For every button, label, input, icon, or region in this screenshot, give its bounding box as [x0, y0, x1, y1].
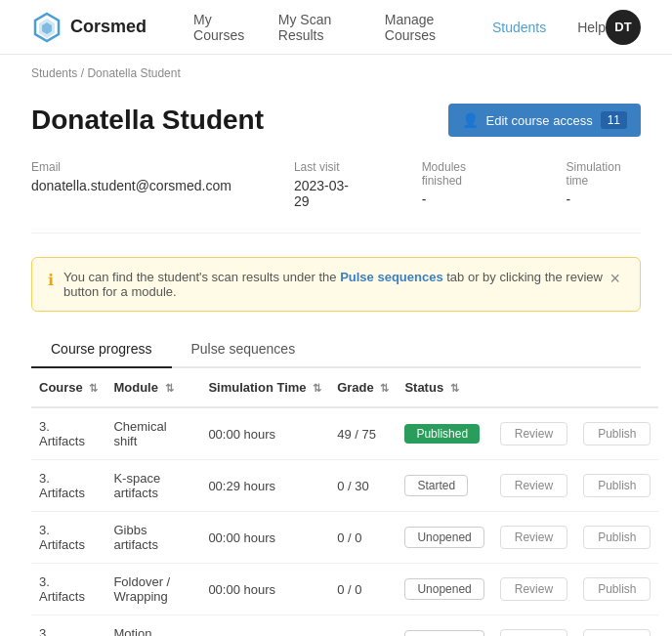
logo-icon — [31, 12, 63, 43]
cell-publish: Publish — [575, 512, 658, 564]
info-last-visit: Last visit 2023-03-29 — [294, 160, 359, 209]
sim-time-sort-icon: ⇅ — [313, 382, 321, 394]
col-sim-time[interactable]: Simulation Time ⇅ — [200, 368, 329, 407]
cell-grade: 0 / 0 — [329, 615, 397, 637]
email-value: donatella.student@corsmed.com — [31, 178, 231, 193]
simulation-time-label: Simulation time — [567, 160, 641, 188]
logo-text: Corsmed — [70, 17, 147, 37]
info-email: Email donatella.student@corsmed.com — [31, 160, 231, 209]
cell-course: 3. Artifacts — [31, 407, 105, 460]
cell-module: K-space artifacts — [105, 460, 200, 512]
nav-students[interactable]: Students — [492, 20, 546, 35]
status-badge: Unopened — [404, 527, 483, 548]
cell-publish: Publish — [575, 460, 658, 512]
table-row: 3. Artifacts Gibbs artifacts 00:00 hours… — [31, 512, 658, 564]
cell-status: Published — [397, 407, 491, 460]
main-content: Donatella Student 👤 Edit course access 1… — [0, 104, 672, 636]
breadcrumb-current: Donatella Student — [87, 66, 180, 80]
cell-status: Unopened — [397, 512, 491, 564]
cell-course: 3. Artifacts — [31, 564, 105, 615]
edit-btn-badge: 11 — [601, 111, 627, 129]
page-header: Donatella Student 👤 Edit course access 1… — [31, 104, 641, 137]
publish-button[interactable]: Publish — [583, 577, 651, 601]
cell-module: Motion artifacts — [105, 615, 200, 637]
nav-manage-courses[interactable]: Manage Courses — [385, 12, 461, 43]
col-grade[interactable]: Grade ⇅ — [329, 368, 397, 407]
publish-button[interactable]: Publish — [583, 474, 651, 497]
edit-btn-label: Edit course access — [486, 113, 593, 128]
cell-module: Chemical shift — [105, 407, 200, 460]
module-sort-icon: ⇅ — [165, 382, 174, 394]
cell-sim-time: 00:00 hours — [200, 512, 329, 564]
review-button[interactable]: Review — [500, 474, 567, 497]
table-row: 3. Artifacts Foldover / Wrapping 00:00 h… — [31, 564, 658, 615]
cell-status: Unopened — [397, 564, 491, 615]
review-button[interactable]: Review — [500, 629, 567, 636]
email-label: Email — [31, 160, 231, 174]
cell-sim-time: 00:00 hours — [200, 615, 329, 637]
col-module[interactable]: Module ⇅ — [105, 368, 200, 407]
course-sort-icon: ⇅ — [89, 382, 98, 394]
publish-button[interactable]: Publish — [583, 422, 651, 445]
table-row: 3. Artifacts Chemical shift 00:00 hours … — [31, 407, 658, 460]
cell-review: Review — [492, 512, 575, 564]
cell-course: 3. Artifacts — [31, 615, 105, 637]
cell-course: 3. Artifacts — [31, 512, 105, 564]
last-visit-label: Last visit — [294, 160, 359, 174]
nav-my-courses[interactable]: My Courses — [193, 12, 247, 43]
cell-course: 3. Artifacts — [31, 460, 105, 512]
alert-link[interactable]: Pulse sequences — [340, 270, 443, 284]
nav-help[interactable]: Help — [577, 20, 606, 35]
col-course[interactable]: Course ⇅ — [31, 368, 105, 407]
simulation-time-value: - — [567, 191, 641, 207]
tab-course-progress[interactable]: Course progress — [31, 331, 172, 368]
status-badge: Published — [404, 424, 480, 444]
modules-finished-value: - — [422, 191, 504, 207]
courses-table: Course ⇅ Module ⇅ Simulation Time ⇅ Grad… — [31, 368, 658, 636]
cell-publish: Publish — [575, 407, 658, 460]
alert-text-before: You can find the student's scan results … — [63, 270, 340, 284]
student-info: Email donatella.student@corsmed.com Last… — [31, 160, 641, 233]
review-button[interactable]: Review — [500, 422, 567, 445]
alert-close-button[interactable]: × — [606, 270, 624, 287]
table-body: 3. Artifacts Chemical shift 00:00 hours … — [31, 407, 658, 636]
review-button[interactable]: Review — [500, 577, 567, 601]
alert-text: You can find the student's scan results … — [63, 270, 606, 299]
course-table: Course ⇅ Module ⇅ Simulation Time ⇅ Grad… — [31, 368, 641, 636]
cell-grade: 49 / 75 — [329, 407, 397, 460]
cell-review: Review — [492, 407, 575, 460]
avatar[interactable]: DT — [606, 10, 641, 45]
cell-sim-time: 00:00 hours — [200, 564, 329, 615]
tabs: Course progress Pulse sequences — [31, 331, 641, 368]
header-right: DT — [606, 10, 641, 45]
logo[interactable]: Corsmed — [31, 12, 147, 43]
info-modules-finished: Modules finished - — [422, 160, 504, 209]
page-title: Donatella Student — [31, 105, 264, 136]
tab-pulse-sequences[interactable]: Pulse sequences — [172, 331, 315, 368]
cell-review: Review — [492, 615, 575, 637]
main-nav: My Courses My Scan Results Manage Course… — [193, 12, 606, 43]
table-row: 3. Artifacts Motion artifacts 00:00 hour… — [31, 615, 658, 637]
col-status[interactable]: Status ⇅ — [397, 368, 658, 407]
review-button[interactable]: Review — [500, 526, 567, 549]
grade-sort-icon: ⇅ — [380, 382, 389, 394]
modules-finished-label: Modules finished — [422, 160, 504, 188]
cell-grade: 0 / 30 — [329, 460, 397, 512]
info-alert: ℹ You can find the student's scan result… — [31, 257, 641, 312]
breadcrumb: Students / Donatella Student — [0, 55, 672, 88]
cell-sim-time: 00:29 hours — [200, 460, 329, 512]
publish-button[interactable]: Publish — [583, 526, 651, 549]
nav-my-scan-results[interactable]: My Scan Results — [278, 12, 354, 43]
table-head: Course ⇅ Module ⇅ Simulation Time ⇅ Grad… — [31, 368, 658, 407]
status-badge: Started — [404, 475, 468, 496]
cell-module: Gibbs artifacts — [105, 512, 200, 564]
info-simulation-time: Simulation time - — [567, 160, 641, 209]
alert-content: ℹ You can find the student's scan result… — [48, 270, 606, 299]
publish-button[interactable]: Publish — [583, 629, 651, 636]
breadcrumb-students[interactable]: Students — [31, 66, 77, 80]
header: Corsmed My Courses My Scan Results Manag… — [0, 0, 672, 55]
edit-course-access-button[interactable]: 👤 Edit course access 11 — [448, 104, 641, 137]
cell-module: Foldover / Wrapping — [105, 564, 200, 615]
cell-status: Started — [397, 460, 491, 512]
cell-grade: 0 / 0 — [329, 512, 397, 564]
